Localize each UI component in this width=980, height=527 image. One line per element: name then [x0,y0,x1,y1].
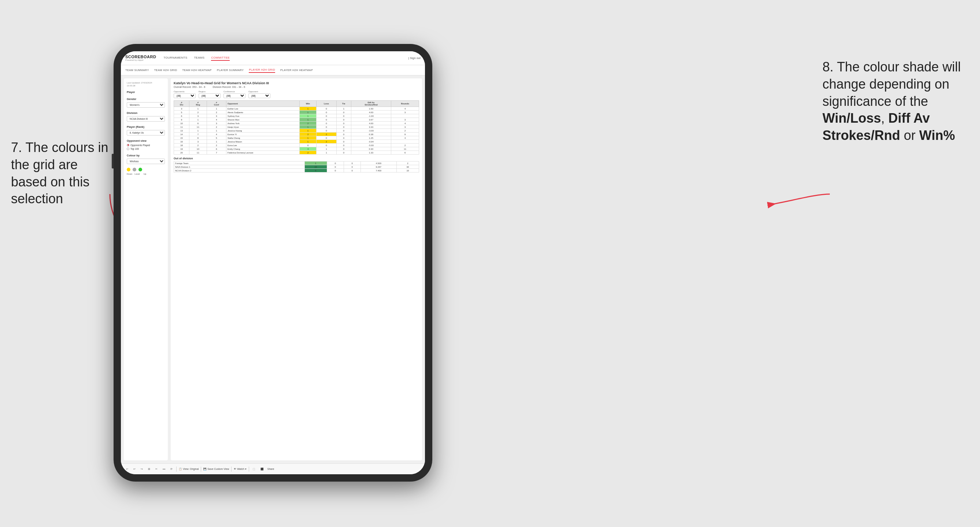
subnav-team-h2h-grid[interactable]: TEAM H2H GRID [154,68,177,73]
ood-label: NAIA Division 1 [174,165,305,169]
ood-tie: 0 [344,169,361,173]
th-win: Win [299,101,316,107]
gender-select[interactable]: Women's [127,102,165,108]
conference-filter-select[interactable]: (All) [223,94,245,98]
td-div: 10 [174,122,189,125]
sign-out-link[interactable]: | Sign out [408,56,421,60]
subnav-team-h2h-heatmap[interactable]: TEAM H2H HEATMAP [182,68,212,73]
subnav-team-summary[interactable]: TEAM SUMMARY [125,68,149,73]
ood-table-row: Foreign Team 1 0 0 4.500 2 [174,162,419,165]
td-win: 1 [299,129,316,133]
refresh-btn[interactable]: ⟳ [169,467,174,471]
opponents-filter: Opponents: (All) [173,90,196,98]
ood-win: 1 [304,162,327,165]
undo-btn[interactable]: ↩ [124,467,130,471]
view-original-btn[interactable]: 📋 View: Original [179,468,199,471]
overall-record-label: Overall Record: [173,86,192,88]
annotation-right: 8. The colour shade will change dependin… [822,59,969,144]
table-row: 13 1 1 Jessica Huang 1 0 0 -3.00 2 [174,129,419,133]
overall-record-value: 353 - 34 - 6 [192,86,205,88]
td-win: 4 [299,147,316,151]
td-rounds: 3 [391,125,419,129]
nav-committee[interactable]: COMMITTEE [211,55,230,61]
dot-yellow [127,168,130,171]
nav-items: TOURNAMENTS TEAMS COMMITTEE [163,55,408,61]
td-tie: 0 [336,147,351,151]
td-tie: 0 [336,129,351,133]
division-section: Division NCAA Division III [127,111,165,122]
td-tie: 0 [336,111,351,114]
td-conf: 2 [207,111,226,114]
colour-by-select[interactable]: Win/loss [127,159,165,164]
opponent-view-section: Opponent view Opponents Played Top 100 [127,139,165,150]
tablet-frame: SCOREBOARD Powered by clippd TOURNAMENTS… [114,44,432,482]
ood-table-row: NCAA Division 2 5 0 0 7.400 10 [174,169,419,173]
nav-tournaments[interactable]: TOURNAMENTS [163,55,187,61]
td-conf: 2 [207,144,226,147]
layout2-btn[interactable]: ⬛ [259,467,265,471]
td-conf: 1 [207,107,226,111]
gender-section: Gender Women's [127,97,165,108]
td-win: 1 [299,136,316,140]
opponents-played-option[interactable]: Opponents Played [127,144,165,146]
conference-filter: Conference (All) [223,90,245,98]
table-row: 9 1 4 Sharon Mun 1 0 0 3.67 3 [174,118,419,122]
filter-row: Opponents: (All) Region (All) [173,90,419,98]
td-div: 9 [174,118,189,122]
td-conf: 4 [207,118,226,122]
subnav-player-summary[interactable]: PLAYER SUMMARY [217,68,244,73]
toolbar-divider-4 [249,467,249,472]
region-filter-label: Region [199,90,221,93]
dot-green [138,168,142,171]
td-div: 13 [174,129,189,133]
scissors-btn[interactable]: ✂ [154,467,159,471]
td-reg: 1 [189,107,207,111]
top-100-option[interactable]: Top 100 [127,148,165,150]
grid-btn[interactable]: ⊞ [146,467,152,471]
player-rank-select[interactable]: 8. Katelyn Vo [127,130,165,135]
td-rounds [391,140,419,144]
td-diff: -0.94 [351,140,391,144]
save-custom-view-btn[interactable]: 💾 Save Custom View [203,468,229,471]
player-section: Player [127,90,165,94]
division-select[interactable]: NCAA Division III [127,116,165,122]
opponent-filter-label: Opponent [248,90,270,93]
nav-teams[interactable]: TEAMS [194,55,204,61]
ood-rounds: 2 [396,162,419,165]
td-tie: 0 [336,114,351,118]
legend-up: Up [143,173,146,175]
td-tie: 0 [336,125,351,129]
td-conf: 3 [207,114,226,118]
redo-btn[interactable]: ↪ [139,467,144,471]
opponents-filter-select[interactable]: (All) [173,94,196,98]
layout1-btn[interactable]: ⬚ [251,467,257,471]
td-rounds [391,114,419,118]
undo2-btn[interactable]: ↩ [132,467,137,471]
grid-panel: Katelyn Vo Head-to-Head Grid for Women's… [171,78,422,460]
td-diff: 4.00 [351,122,391,125]
region-filter-select[interactable]: (All) [199,94,221,98]
td-loss: 2 [317,133,336,136]
td-rounds: 3 [391,111,419,114]
logo-text: SCOREBOARD [125,55,156,59]
side-button[interactable] [112,154,114,168]
dot-btn[interactable]: ••• [161,467,167,471]
ood-win: 15 [304,165,327,169]
subnav-player-h2h-heatmap[interactable]: PLAYER H2H HEATMAP [280,68,313,73]
td-div: 6 [174,114,189,118]
opponents-played-radio[interactable] [127,144,129,146]
share-btn[interactable]: Share [267,468,274,470]
table-row: 14 7 4 Eunice Yi 2 2 0 0.38 9 [174,133,419,136]
td-loss: 0 [317,129,336,133]
td-reg: 3 [189,140,207,144]
opponent-filter-select[interactable]: (All) [248,94,270,98]
td-opponent: Federica Domecq Lacroze [226,151,300,154]
td-opponent: Alexis Sudjianto [226,111,300,114]
th-reg: #Reg [189,101,207,107]
top-nav: SCOREBOARD Powered by clippd TOURNAMENTS… [121,51,425,65]
td-diff: 1.33 [351,151,391,154]
toolbar-divider-1 [176,467,177,472]
top-100-radio[interactable] [127,148,129,150]
watch-btn[interactable]: 👁 Watch ▾ [234,468,246,471]
subnav-player-h2h-grid[interactable]: PLAYER H2H GRID [249,67,275,73]
